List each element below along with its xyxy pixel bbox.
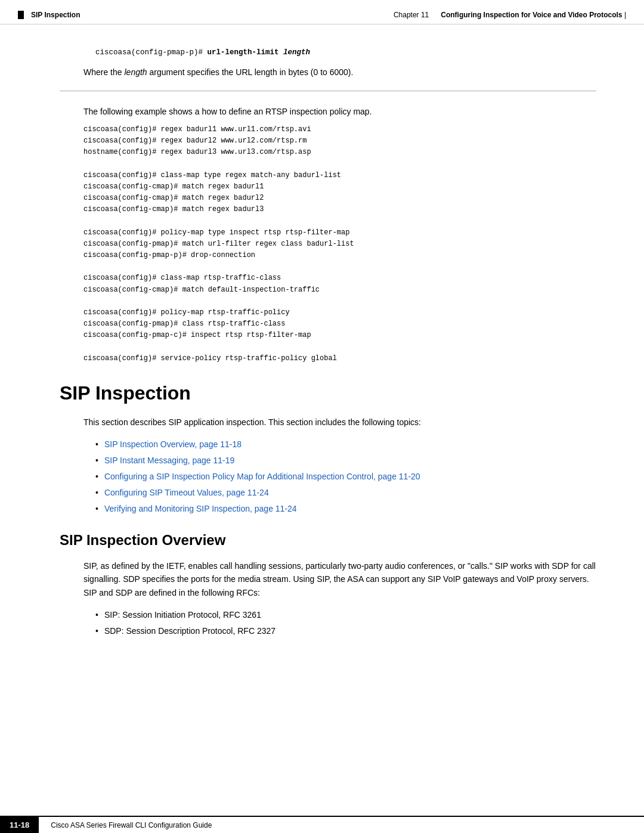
code-line-10: ciscoasa(config-pmap-p)# drop-connection xyxy=(83,251,255,259)
list-item: SIP Inspection Overview, page 11-18 xyxy=(95,438,596,451)
top-code-block: ciscoasa(config-pmap-p)# url-length-limi… xyxy=(95,48,596,57)
code-line-15: ciscoasa(config-pmap-c)# inspect rtsp rt… xyxy=(83,331,311,339)
chapter-label: Chapter 11 xyxy=(394,11,429,19)
page-container: SIP Inspection Chapter 11 Configuring In… xyxy=(0,0,644,833)
sip-instant-messaging-link[interactable]: SIP Instant Messaging, page 11-19 xyxy=(104,454,234,467)
sip-overview-link[interactable]: SIP Inspection Overview, page 11-18 xyxy=(104,438,242,451)
list-item: Configuring SIP Timeout Values, page 11-… xyxy=(95,487,596,499)
intro-text-before: Where the xyxy=(83,67,124,77)
code-line-4: ciscoasa(config)# class-map type regex m… xyxy=(83,171,341,179)
header-separator xyxy=(431,11,439,19)
sip-overview-heading: SIP Inspection Overview xyxy=(60,532,596,549)
sip-section-description: This section describes SIP application i… xyxy=(83,416,596,429)
list-item: SIP Instant Messaging, page 11-19 xyxy=(95,454,596,467)
sip-timeout-link[interactable]: Configuring SIP Timeout Values, page 11-… xyxy=(104,487,269,499)
section-divider xyxy=(60,91,596,91)
sip-inspection-heading: SIP Inspection xyxy=(60,382,596,404)
list-item: Verifying and Monitoring SIP Inspection,… xyxy=(95,503,596,515)
code-line-9: ciscoasa(config-pmap)# match url-filter … xyxy=(83,240,354,248)
rfc-list: SIP: Session Initiation Protocol, RFC 32… xyxy=(95,609,596,637)
rfc-list-item-sip: SIP: Session Initiation Protocol, RFC 32… xyxy=(95,609,596,621)
code-line-8: ciscoasa(config)# policy-map type inspec… xyxy=(83,228,349,237)
rfc-sdp-text: SDP: Session Description Protocol, RFC 2… xyxy=(104,625,275,637)
length-argument: length xyxy=(124,67,147,77)
content-area: ciscoasa(config-pmap-p)# url-length-limi… xyxy=(0,24,644,661)
rfc-sip-text: SIP: Session Initiation Protocol, RFC 32… xyxy=(104,609,261,621)
sip-overview-description: SIP, as defined by the IETF, enables cal… xyxy=(83,559,596,599)
code-bold-url: url-length-limit length xyxy=(208,48,311,57)
page-header: SIP Inspection Chapter 11 Configuring In… xyxy=(0,0,644,24)
code-line-7: ciscoasa(config-cmap)# match regex badur… xyxy=(83,205,264,213)
code-line-6: ciscoasa(config-cmap)# match regex badur… xyxy=(83,194,264,202)
header-section-label: SIP Inspection xyxy=(31,11,80,19)
page-number: 11-18 xyxy=(0,817,39,833)
code-line-1: ciscoasa(config)# regex badurl1 www.url1… xyxy=(83,125,311,134)
code-line-2: ciscoasa(config)# regex badurl2 www.url2… xyxy=(83,137,306,145)
list-item: Configuring a SIP Inspection Policy Map … xyxy=(95,470,596,483)
bookmark-icon xyxy=(18,11,24,19)
header-left: SIP Inspection xyxy=(18,11,80,19)
code-line-3: hostname(config)# regex badurl3 www.url3… xyxy=(83,148,311,156)
length-italic: length xyxy=(283,48,310,57)
code-line-11: ciscoasa(config)# class-map rtsp-traffic… xyxy=(83,274,281,282)
example-intro-text: The following example shows a how to def… xyxy=(83,106,596,118)
code-line-5: ciscoasa(config-cmap)# match regex badur… xyxy=(83,182,264,191)
header-right: Chapter 11 Configuring Inspection for Vo… xyxy=(394,11,626,19)
rfc-list-item-sdp: SDP: Session Description Protocol, RFC 2… xyxy=(95,625,596,637)
intro-text-after: argument specifies the URL length in byt… xyxy=(147,67,354,77)
page-footer: 11-18 Cisco ASA Series Firewall CLI Conf… xyxy=(0,816,644,833)
code-line-12: ciscoasa(config-cmap)# match default-ins… xyxy=(83,286,320,294)
code-line-13: ciscoasa(config)# policy-map rtsp-traffi… xyxy=(83,308,290,317)
intro-paragraph: Where the length argument specifies the … xyxy=(83,66,596,79)
code-example-block: ciscoasa(config)# regex badurl1 www.url1… xyxy=(83,124,596,364)
header-pipe: | xyxy=(624,11,626,19)
code-line-16: ciscoasa(config)# service-policy rtsp-tr… xyxy=(83,354,337,363)
sip-monitoring-link[interactable]: Verifying and Monitoring SIP Inspection,… xyxy=(104,503,297,515)
sip-policy-map-link[interactable]: Configuring a SIP Inspection Policy Map … xyxy=(104,470,420,483)
sip-links-list: SIP Inspection Overview, page 11-18 SIP … xyxy=(95,438,596,515)
code-line-14: ciscoasa(config-pmap)# class rtsp-traffi… xyxy=(83,320,285,328)
chapter-title: Configuring Inspection for Voice and Vid… xyxy=(441,11,622,19)
footer-guide-title: Cisco ASA Series Firewall CLI Configurat… xyxy=(39,817,224,833)
